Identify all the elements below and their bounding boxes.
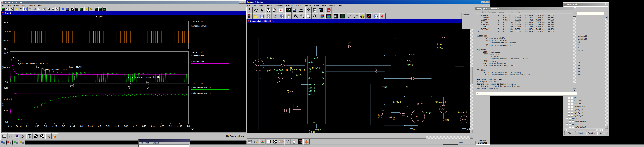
- cosmosscope-bottom-keyboard-button[interactable]: [1, 133, 8, 139]
- schematic-vscrollbar[interactable]: ▲▼: [470, 23, 473, 133]
- expand-icon[interactable]: +: [568, 109, 570, 111]
- measurement-marker[interactable]: [35, 66, 38, 68]
- minimize-button[interactable]: _: [239, 1, 242, 4]
- cosmosscope-open-button[interactable]: [15, 7, 19, 11]
- schematic-part-res[interactable]: [375, 66, 377, 74]
- sketch-zoomin-button[interactable]: [293, 13, 299, 19]
- signal-tree-item[interactable]: +tl494c.tl494c2: [569, 126, 586, 128]
- close-button[interactable]: ✕: [574, 8, 576, 10]
- sketch-canvas-button[interactable]: [339, 13, 346, 19]
- schematic-part-dio[interactable]: [416, 99, 419, 108]
- transcript-vscrollbar[interactable]: ▲▼: [573, 14, 576, 92]
- sketch-open-button[interactable]: [253, 13, 259, 19]
- cosmosscope-copy-button[interactable]: [37, 7, 42, 11]
- browser-titlebar[interactable]: (1) tl494.tr.ai_pl ✕: [564, 3, 608, 6]
- cosmosscope-zoomin-button[interactable]: [47, 7, 51, 11]
- cosmosscope-titlebar[interactable]: CosmosScope (TM) _□✕: [1, 1, 248, 4]
- cosmosscope-bottom-scope-button[interactable]: [14, 133, 20, 139]
- signal-tree-item[interactable]: +v_dc.v_dc4: [568, 109, 583, 111]
- cosmosscope-radar-button[interactable]: [5, 7, 9, 11]
- transcript-command-input[interactable]: >: [476, 92, 577, 95]
- signal-checkbox[interactable]: [571, 97, 573, 99]
- taskbar-pager-button[interactable]: [19, 140, 25, 146]
- measurement-marker[interactable]: [73, 84, 76, 87]
- sketch-clockp-button[interactable]: [272, 7, 278, 13]
- signal-checkbox[interactable]: [571, 109, 573, 111]
- cosmosscope-panel-button[interactable]: [70, 7, 75, 11]
- cosmosscope-menu-edit[interactable]: Edit: [8, 5, 11, 7]
- sketch-menu-help[interactable]: Help: [338, 4, 342, 7]
- cosmosscope-import-button[interactable]: [28, 7, 32, 11]
- schematic-part-gnd[interactable]: [442, 118, 445, 121]
- schematic-part-res[interactable]: [276, 77, 285, 79]
- schematic-part-res[interactable]: [279, 64, 288, 66]
- browser-hscrollbar[interactable]: ◄►: [564, 129, 605, 131]
- sketch-zoomout-button[interactable]: [306, 13, 312, 19]
- schematic-source-vpwl[interactable]: [253, 60, 264, 71]
- expand-icon[interactable]: +: [568, 103, 570, 105]
- sketch-menu-tools[interactable]: Tools: [322, 4, 326, 7]
- expand-icon[interactable]: +: [569, 120, 571, 122]
- schematic-part-lamp[interactable]: [440, 105, 447, 113]
- collapse-icon[interactable]: −: [566, 123, 568, 125]
- match-button[interactable]: Match: [575, 131, 586, 135]
- signal-tree-item[interactable]: +t_dc.t_dc2: [568, 103, 582, 105]
- expand-icon[interactable]: +: [568, 112, 570, 114]
- schematic-part-gnd[interactable]: [410, 128, 413, 130]
- sketch-menu-schematic[interactable]: Schematic: [274, 4, 283, 7]
- signal-checkbox[interactable]: [571, 100, 573, 102]
- cosmosscope-wavepanel-button[interactable]: [98, 7, 102, 11]
- expand-icon[interactable]: +: [568, 115, 570, 116]
- signal-tree-item[interactable]: +t.r6: [568, 97, 576, 99]
- cosmosscope-paste-button[interactable]: [42, 7, 46, 11]
- sketch-menu-view[interactable]: View: [259, 4, 263, 7]
- transcript-text-area[interactable]: 2.988945 2 0 952u 0.000s 65.531s 8.97E-0…: [476, 14, 574, 92]
- cosmosscope-menu-help[interactable]: Help: [38, 5, 42, 7]
- filter-dropdown-button[interactable]: ↓: [604, 12, 608, 15]
- sketch-print-button[interactable]: [265, 13, 272, 19]
- expand-icon[interactable]: +: [568, 97, 570, 99]
- maximize-button[interactable]: □: [484, 1, 487, 3]
- sketch-acwave-button[interactable]: ?: [306, 7, 312, 13]
- schematic-mosfet-irf140[interactable]: [400, 109, 405, 118]
- sketch-menu-file[interactable]: File: [247, 4, 250, 7]
- schematic-part-res[interactable]: [381, 112, 383, 121]
- sketch-partwave-button[interactable]: [292, 7, 298, 13]
- maximize-button[interactable]: □: [242, 1, 245, 4]
- minimize-button[interactable]: _: [481, 1, 484, 3]
- sketch-menu-probe[interactable]: Probe: [314, 4, 319, 7]
- sketch-wire1-button[interactable]: [353, 13, 359, 19]
- schematic-part-gnd[interactable]: [462, 128, 466, 130]
- expand-icon[interactable]: +: [569, 126, 571, 128]
- signal-checkbox[interactable]: [571, 112, 573, 114]
- sketch-plotset-button[interactable]: [318, 7, 324, 13]
- cosmosscope-zoombox-button[interactable]: [51, 7, 55, 11]
- cosmosscope-menu-graph[interactable]: Graph: [14, 5, 19, 7]
- signal-tree-group[interactable]: −event: [566, 123, 576, 125]
- cosmosscope-grid-button[interactable]: [75, 7, 79, 11]
- sketch-dcxy-button[interactable]: [278, 7, 284, 13]
- sketch-menu-analyses[interactable]: Analyses: [286, 4, 294, 7]
- sketch-bug-button[interactable]: [359, 13, 366, 19]
- graph-canvas[interactable]: Graph010.00.0-10.0-20.0(V)20.010.00.0(A)…: [2, 15, 248, 132]
- cosmosscope-bottom-fan-button[interactable]: [39, 133, 45, 139]
- cosmosscope-wavepanel-button[interactable]: [94, 7, 98, 11]
- schematic-part-gnd[interactable]: [315, 128, 318, 131]
- transcript-menu-file[interactable]: File: [476, 11, 480, 13]
- cosmosscope-layers-button[interactable]: [61, 7, 65, 11]
- plot-button[interactable]: Plot: [564, 131, 575, 135]
- signal-checkbox[interactable]: [571, 103, 573, 105]
- measurement-marker[interactable]: [146, 86, 148, 88]
- browser-vscrollbar[interactable]: ▲▼: [605, 16, 608, 128]
- schematic-part-dio[interactable]: [346, 45, 354, 48]
- signal-checkbox[interactable]: [571, 106, 573, 108]
- measurement-marker[interactable]: [70, 84, 72, 87]
- cosmosscope-bottom-fan-button[interactable]: [33, 133, 39, 139]
- sketch-menu-design[interactable]: Design: [266, 4, 272, 7]
- sketch-menu-extract[interactable]: Extract: [296, 4, 302, 7]
- cosmosscope-xfer-button[interactable]: [79, 7, 83, 11]
- sketch-gnd-button[interactable]: [246, 7, 252, 13]
- cosmosscope-save-button[interactable]: [24, 7, 28, 11]
- measurement-marker[interactable]: [128, 81, 131, 84]
- cosmosscope-stack-button[interactable]: [65, 7, 69, 11]
